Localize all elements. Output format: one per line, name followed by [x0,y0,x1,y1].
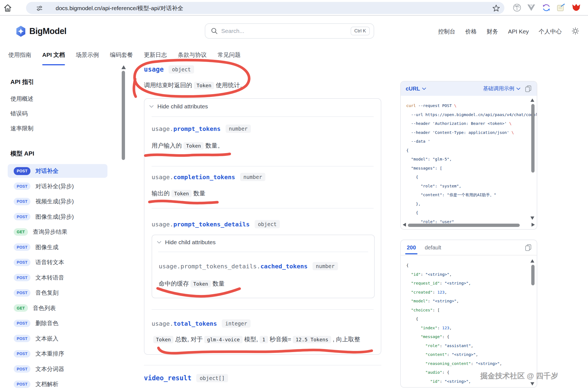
tab-0[interactable]: 使用指南 [8,51,31,63]
method-badge: POST [14,381,30,388]
code-line: --header 'Authorization: Bearer <token>'… [406,119,537,128]
prompt-tokens-description: 用户输入的Token数量。 [152,142,223,150]
video-result-heading: video_result object[] [144,374,228,382]
scroll-up-arrow[interactable] [530,99,534,102]
tab-default[interactable]: default [425,244,441,251]
sidebar-link-0[interactable]: 使用概述 [10,95,33,103]
prompt-tokens-details-card: Hide child attributes usage.prompt_token… [152,235,375,298]
copy-button[interactable] [525,244,532,251]
theme-toggle-icon[interactable] [572,27,579,36]
total-tokens-heading: usage.total_tokens integer [152,319,251,328]
address-bar[interactable]: docs.bigmodel.cn/api-reference/模型-api/对话… [26,2,504,14]
fox-extension-icon[interactable] [572,3,581,12]
tab-6[interactable]: 常见问题 [218,51,241,63]
code-line: "index": 123, [406,324,537,333]
sidebar-item-3[interactable]: POST图像生成(异步) [8,210,107,224]
method-badge: POST [14,213,30,220]
sidebar-item-0[interactable]: POST对话补全 [8,164,107,178]
vertical-scrollbar[interactable] [531,265,535,285]
vertical-scrollbar[interactable] [531,104,535,173]
scroll-up-arrow[interactable] [530,259,534,263]
notes-extension-icon[interactable] [556,3,565,12]
scroll-right-arrow[interactable] [532,223,535,227]
inline-code-chip: Token [171,190,192,197]
description-text: 使用统计。 [216,81,246,89]
sidebar-item-12[interactable]: POST文本重排序 [8,347,107,361]
sidebar-scroll-up-arrow[interactable] [121,65,126,69]
code-line: "model": "<string>", [406,297,537,306]
code-line: --header 'Content-Type: application/json… [406,128,537,137]
tab-4[interactable]: 更新日志 [144,51,167,63]
code-line: "messages": [ [406,164,537,173]
completion-tokens-heading: usage.completion_tokens number [152,173,265,181]
example-dropdown[interactable]: 基础调用示例 [483,85,520,92]
method-badge: POST [14,320,30,327]
description-text: 总数, 对于 [175,335,203,344]
sidebar-item-1[interactable]: POST对话补全(异步) [8,179,107,193]
sidebar-link-2[interactable]: 速率限制 [10,125,33,132]
sidebar-item-13[interactable]: POST文本分词器 [8,362,107,376]
example-label: 基础调用示例 [483,85,514,92]
browser-toolbar: docs.bigmodel.cn/api-reference/模型-api/对话… [0,0,588,16]
home-icon[interactable] [3,4,12,12]
description-text: , 向上取整 [333,335,360,344]
sidebar-item-5[interactable]: POST图像生成 [8,240,107,254]
bigmodel-logo[interactable]: BigModel [15,26,67,37]
sidebar-scrollbar[interactable] [122,71,125,160]
tab-5[interactable]: 条款与协议 [178,51,207,63]
sidebar-item-6[interactable]: POST语音转文本 [8,255,107,269]
horizontal-scrollbar[interactable] [408,224,520,227]
refresh-extension-icon[interactable] [542,3,551,12]
prompt-tokens-type-badge: number [226,125,251,133]
hide-child-attributes-toggle[interactable]: Hide child attributes [157,239,215,246]
bookmark-star-icon[interactable] [492,4,500,12]
tab-1[interactable]: API 文档 [42,51,65,63]
sidebar-item-14[interactable]: POST文档解析 [8,377,107,391]
hide-child-attributes-toggle[interactable]: Hide child attributes [149,103,208,110]
sidebar-item-8[interactable]: POST音色复刻 [8,286,107,300]
inline-code-chip: Token [191,280,211,288]
scroll-down-arrow[interactable] [530,216,534,220]
sidebar-item-10[interactable]: POST删除音色 [8,316,107,330]
sidebar-item-11[interactable]: POST文本嵌入 [8,332,107,345]
sidebar-item-9[interactable]: GET音色列表 [8,301,107,315]
cached-tokens-type-badge: number [313,262,338,270]
description-text: 数量 [193,189,205,198]
vue-devtools-icon[interactable] [527,3,536,12]
sidebar-item-2[interactable]: POST视频生成(异步) [8,195,107,208]
sidebar-link-1[interactable]: 错误码 [10,110,28,117]
tab-2[interactable]: 场景示例 [76,51,99,63]
sidebar-item-7[interactable]: POST文本转语音 [8,271,107,285]
code-line: "content": "<string>", [406,350,537,359]
tab-status-200[interactable]: 200 [406,244,417,251]
inline-code-chip: 12.5 Tokens [293,336,331,343]
curl-example-panel: cURL 基础调用示例 curl --request POST \ --url … [400,81,537,230]
method-badge: GET [14,228,28,236]
nav-link-2[interactable]: 财务 [487,28,498,35]
sidebar-item-label: 视频生成(异步) [35,198,74,205]
inline-code-chip: Token [183,142,204,150]
code-line: { [406,146,537,155]
method-badge: POST [14,350,30,358]
palm-extension-icon[interactable] [513,3,521,12]
sidebar-item-label: 音色列表 [33,304,56,312]
method-badge: POST [14,243,30,251]
language-dropdown[interactable]: cURL [406,86,426,92]
nav-link-4[interactable]: 个人中心 [539,28,562,35]
copy-button[interactable] [525,85,532,92]
sidebar-item-label: 对话补全(异步) [35,182,74,190]
nav-link-0[interactable]: 控制台 [438,28,455,35]
code-line: { [406,314,537,324]
sidebar-item-label: 文本转语音 [35,274,64,282]
chevron-down-icon [422,88,426,90]
nav-link-3[interactable]: API Key [508,28,529,35]
tab-3[interactable]: 编码套餐 [110,51,133,63]
copy-icon [525,244,532,251]
search-input[interactable]: Search... Ctrl K [205,23,374,39]
scroll-down-arrow[interactable] [530,382,534,386]
site-settings-icon[interactable] [36,5,43,13]
scroll-left-arrow[interactable] [403,223,406,227]
sidebar-item-4[interactable]: GET查询异步结果 [8,225,107,239]
nav-link-1[interactable]: 价格 [465,28,477,35]
search-shortcut: Ctrl K [351,27,370,35]
